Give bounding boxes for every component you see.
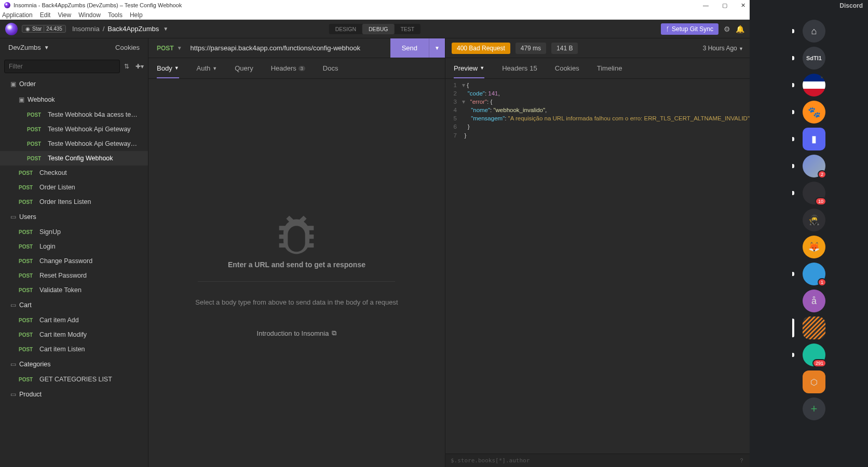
github-star-button[interactable]: ◉ Star 24.435 (22, 25, 66, 33)
request-name-label: GET CATEGORIES LIST (39, 376, 112, 383)
mode-switcher: DESIGN DEBUG TEST (329, 24, 421, 34)
sidebar-request-item[interactable]: POSTOrder Listen (0, 180, 148, 195)
tab-test[interactable]: TEST (394, 24, 421, 34)
sidebar-request-item[interactable]: POSTCart item Add (0, 313, 148, 327)
folder-users[interactable]: ▭Users (0, 209, 148, 225)
tab-resp-cookies[interactable]: Cookies (555, 59, 579, 77)
folder-categories[interactable]: ▭Categories (0, 356, 148, 372)
empty-subtext: Select a body type from above to send da… (195, 298, 398, 306)
intro-link[interactable]: Introduction to Insomnia ⧉ (257, 329, 337, 337)
request-name-label: Change Password (39, 257, 92, 265)
sidebar-request-item[interactable]: POSTCart item Listen (0, 342, 148, 356)
breadcrumb-root[interactable]: Insomnia (72, 25, 100, 33)
request-name-label: Cart item Modify (39, 331, 87, 338)
send-dropdown[interactable]: ▼ (429, 38, 445, 58)
discord-server-icon[interactable]: 🥷 (803, 209, 825, 231)
filter-input[interactable] (4, 60, 120, 73)
discord-server-icon[interactable] (803, 317, 825, 339)
send-button[interactable]: Send (390, 38, 429, 58)
discord-server-icon[interactable]: SdTI1 (803, 47, 825, 70)
status-badge: 400 Bad Request (452, 43, 510, 54)
folder-open-icon: ▭ (10, 361, 16, 368)
create-button[interactable]: ✚▾ (135, 63, 144, 70)
discord-server-icon[interactable]: 1 (803, 263, 825, 285)
chevron-down-icon: ▼ (177, 45, 182, 51)
menu-tools[interactable]: Tools (108, 11, 123, 19)
tab-resp-headers[interactable]: Headers 15 (502, 59, 537, 77)
tab-auth[interactable]: Auth ▼ (197, 59, 218, 77)
folder-order[interactable]: ▣Order (0, 76, 148, 92)
tab-headers[interactable]: Headers 3 (271, 59, 305, 77)
menu-view[interactable]: View (58, 11, 71, 19)
sidebar-request-item[interactable]: POSTLogin (0, 239, 148, 254)
sidebar-request-item[interactable]: POSTValidate Token (0, 283, 148, 297)
tab-debug[interactable]: DEBUG (362, 24, 394, 34)
discord-server-icon[interactable]: å (803, 290, 825, 312)
history-dropdown[interactable]: 3 Hours Ago ▼ (703, 45, 743, 52)
chevron-down-icon[interactable]: ▼ (163, 26, 168, 32)
request-method-label: POST (19, 377, 34, 382)
discord-server-icon[interactable]: 2 (803, 155, 825, 177)
discord-server-icon[interactable]: 📌 (803, 74, 825, 97)
jsonpath-input[interactable]: $.store.books[*].author (451, 457, 739, 464)
close-button[interactable]: ✕ (741, 2, 745, 9)
menubar: Application Edit View Window Tools Help (0, 10, 750, 20)
sidebar-request-item[interactable]: POSTGET CATEGORIES LIST (0, 372, 148, 387)
notification-badge: 2 (818, 170, 825, 178)
sidebar-request-item[interactable]: POSTCart item Modify (0, 327, 148, 342)
menu-help[interactable]: Help (130, 11, 143, 19)
discord-panel: Discord ⌂SdTI1📌🐾▮210🥷🦊1å291⬡+ (750, 0, 868, 467)
tab-body[interactable]: Body ▼ (157, 59, 179, 78)
folder-cart[interactable]: ▭Cart (0, 297, 148, 313)
sidebar-request-item[interactable]: POSTReset Password (0, 268, 148, 283)
discord-server-icon[interactable]: 10 (803, 182, 825, 204)
request-name-label: Reset Password (39, 272, 87, 279)
sidebar-request-item[interactable]: POSTTeste Webhook b4a acess teste "WEB..… (0, 107, 148, 122)
response-pane: 400 Bad Request 479 ms 141 B 3 Hours Ago… (445, 38, 750, 467)
menu-edit[interactable]: Edit (40, 11, 51, 19)
tab-docs[interactable]: Docs (323, 59, 338, 77)
folder-webhook[interactable]: ▣Webhook (0, 92, 148, 107)
method-dropdown[interactable]: POST ▼ (148, 38, 186, 58)
response-body[interactable]: 1▾ { 2 "code": 141, 3▾ "error": { 4 "nom… (445, 79, 750, 454)
sidebar-request-item[interactable]: POSTTeste Webhook Api Geteway (0, 122, 148, 136)
tab-design[interactable]: DESIGN (329, 24, 362, 34)
minimize-button[interactable]: — (703, 2, 709, 9)
settings-icon[interactable]: ⚙ (724, 25, 730, 33)
git-sync-button[interactable]: ᚶ Setup Git Sync (661, 23, 718, 35)
request-method-label: POST (19, 287, 34, 293)
tab-query[interactable]: Query (235, 59, 253, 77)
maximize-button[interactable]: ▢ (722, 2, 727, 9)
tab-preview[interactable]: Preview ▼ (454, 59, 484, 78)
sidebar-request-item[interactable]: POSTCheckout (0, 166, 148, 180)
sidebar-request-item[interactable]: POSTTeste Webhook Api Geteway valmidr... (0, 136, 148, 151)
discord-server-icon[interactable]: 🐾 (803, 101, 825, 123)
request-method-label: POST (19, 229, 34, 235)
folder-product[interactable]: ▭Product (0, 387, 148, 402)
notification-badge: 10 (815, 197, 825, 205)
help-icon[interactable]: ？ (739, 457, 744, 464)
request-name-label: Teste Config Webhook (48, 155, 113, 162)
sort-icon[interactable]: ⇅ (124, 63, 129, 70)
request-name-label: Teste Webhook Api Geteway valmidr... (48, 140, 138, 147)
sidebar-request-item[interactable]: POSTTeste Config Webhook (0, 151, 148, 166)
chevron-down-icon: ▼ (44, 45, 49, 50)
discord-server-icon[interactable]: ⌂ (803, 20, 825, 43)
discord-server-icon[interactable]: 🦊 (803, 236, 825, 258)
breadcrumb-current[interactable]: Back4AppZumbs (107, 25, 159, 33)
discord-server-icon[interactable]: ⬡ (803, 370, 825, 393)
discord-server-icon[interactable]: + (803, 397, 825, 420)
menu-application[interactable]: Application (2, 11, 33, 19)
sidebar-request-item[interactable]: POSTOrder Itens Listen (0, 195, 148, 209)
menu-window[interactable]: Window (78, 11, 101, 19)
empty-heading: Enter a URL and send to get a response (198, 260, 395, 282)
cookies-button[interactable]: Cookies (115, 44, 140, 51)
discord-server-icon[interactable]: 291 (803, 344, 825, 366)
environment-dropdown[interactable]: DevZumbs ▼ (8, 44, 49, 51)
url-input[interactable] (186, 38, 390, 58)
tab-timeline[interactable]: Timeline (597, 59, 622, 77)
notifications-icon[interactable]: 🔔 (736, 25, 744, 33)
discord-server-icon[interactable]: ▮ (803, 128, 825, 150)
sidebar-request-item[interactable]: POSTSignUp (0, 225, 148, 239)
sidebar-request-item[interactable]: POSTChange Password (0, 254, 148, 268)
